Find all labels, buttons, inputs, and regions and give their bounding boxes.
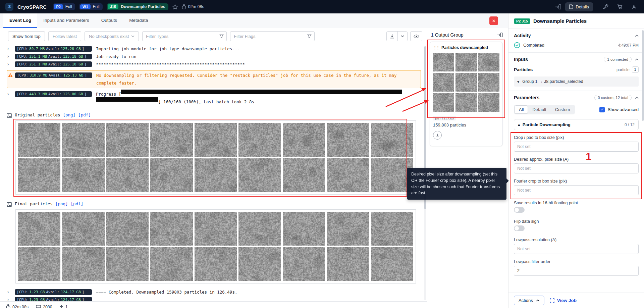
completed-time: 4:49:07 PM	[618, 43, 639, 48]
particle-thumbnail	[455, 53, 477, 71]
param-label: Flip data sign	[514, 219, 639, 224]
inputs-connected-badge: 1 connected	[604, 57, 632, 62]
cryosparc-logo-icon[interactable]: ❄	[5, 3, 13, 11]
cpu-badge: [CPU:310.9 MBAvail:125.13 GB]	[15, 72, 92, 78]
show-from-top-button[interactable]: Show from top	[8, 31, 45, 41]
lowpass-resolution-input[interactable]	[514, 244, 639, 254]
particle-thumbnail	[150, 247, 193, 281]
star-icon[interactable]	[172, 4, 178, 9]
stopwatch-icon	[182, 4, 186, 9]
save-16bit-toggle[interactable]	[514, 207, 525, 213]
expand-chevron[interactable]: ›	[7, 288, 15, 296]
progress-bar	[121, 90, 402, 94]
wrench-icon[interactable]	[603, 4, 608, 9]
filter-types-input[interactable]	[142, 31, 227, 41]
expand-chevron[interactable]: ›	[7, 45, 15, 53]
tab-event-log[interactable]: Event Log	[3, 13, 37, 28]
download-split-button	[386, 31, 408, 41]
particle-thumbnail	[195, 212, 237, 246]
job-chip[interactable]: J15 Downsample Particles	[107, 3, 168, 10]
view-job-button[interactable]: View Job	[550, 296, 577, 303]
cart-icon[interactable]	[617, 4, 623, 9]
particle-thumbnail	[62, 123, 104, 157]
particle-thumbnail	[62, 247, 104, 281]
cpu-badge: [CPU:251.1 MBAvail:125.18 GB]	[15, 54, 92, 59]
param-field: Lowpass resolution (A)	[514, 238, 639, 254]
user-icon[interactable]	[632, 4, 637, 9]
particle-thumbnail	[18, 212, 60, 246]
tab-metadata[interactable]: Metadata	[123, 13, 154, 28]
lowpass-filter-order-input[interactable]	[514, 266, 639, 276]
section-title: Particle Downsampling	[523, 122, 571, 127]
project-label: Full	[65, 4, 72, 9]
actions-button[interactable]: Actions	[514, 296, 544, 305]
drag-handle-icon[interactable]: ⋮⋮	[433, 46, 439, 50]
expand-chevron[interactable]: ›	[7, 60, 15, 68]
flip-data-sign-toggle[interactable]	[514, 225, 525, 231]
log-line: › [CPU:89.7 MBAvail:125.28 GB] Importing…	[7, 45, 421, 53]
pdf-link[interactable]: [pdf]	[71, 201, 84, 207]
segment-default[interactable]: Default	[528, 105, 550, 114]
pdf-link[interactable]: [pdf]	[78, 112, 91, 118]
workspace-chip[interactable]: W1 Full	[79, 3, 103, 10]
panel-toggle-icon[interactable]	[555, 4, 561, 9]
particle-thumbnail	[283, 123, 325, 157]
param-field: Save results in 16-bit floating point	[514, 201, 639, 213]
show-advanced-toggle[interactable]: ✓ Show advanced	[599, 107, 639, 112]
checkbox-checked-icon: ✓	[599, 107, 605, 112]
collapse-chevron-icon[interactable]	[635, 97, 639, 99]
cpu-badge: [CPU:1.23 GBAvail:124.17 GB]	[15, 289, 92, 295]
figure-original-particles[interactable]	[15, 120, 416, 195]
particle-grid	[18, 212, 413, 281]
parameters-section: Parameters 0 custom, 12 total All Defaul…	[508, 91, 644, 285]
particle-thumbnail	[433, 53, 454, 71]
visibility-button[interactable]	[410, 31, 422, 41]
collapse-chevron-icon[interactable]	[635, 35, 639, 37]
tab-inputs-and-parameters[interactable]: Inputs and Parameters	[37, 13, 95, 28]
window-scrollbar[interactable]	[642, 30, 644, 121]
up-arrow-icon	[60, 305, 63, 308]
queue-indicator: 1	[60, 305, 68, 308]
project-chip[interactable]: P2 Full	[53, 3, 75, 10]
expand-chevron[interactable]: ›	[7, 90, 15, 98]
particle-thumbnail	[478, 73, 499, 92]
download-button[interactable]	[387, 32, 397, 41]
png-link[interactable]: [png]	[63, 112, 75, 118]
param-label: Fourier crop to box size (pix)	[514, 179, 639, 184]
particle-thumbnail	[283, 247, 325, 281]
param-field: Crop / pad to box size (pix)	[514, 135, 639, 152]
input-group-label: Group 1 → J8.particles_selected	[522, 79, 583, 84]
fourier-crop-box-size-input[interactable]	[514, 185, 639, 195]
dataset-chip: particles	[433, 116, 456, 120]
figure-header: Final particles [png] [pdf]	[7, 201, 421, 207]
particle-downsampling-section-header[interactable]: ▴ Particle Downsampling 0 / 12	[514, 119, 639, 130]
open-panel-icon[interactable]	[497, 33, 503, 37]
log-text: ****************************************…	[96, 60, 245, 68]
figure-final-particles[interactable]	[15, 209, 416, 284]
expand-chevron[interactable]: ›	[7, 53, 15, 60]
output-group-card[interactable]: ⋮⋮ Particles downsampled particles 159,8…	[430, 42, 503, 146]
png-link[interactable]: [png]	[55, 201, 68, 207]
details-button[interactable]: Details	[565, 2, 593, 11]
show-advanced-label: Show advanced	[607, 107, 639, 112]
download-output-button[interactable]	[433, 131, 442, 140]
close-button[interactable]: ✕	[489, 16, 498, 25]
follow-latest-button[interactable]: Follow latest	[48, 31, 81, 41]
param-field: Lowpass filter order	[514, 259, 639, 276]
input-group-row[interactable]: ▾ Group 1 → J8.particles_selected	[514, 76, 639, 87]
log-text: Job ready to run	[96, 53, 136, 60]
desired-pixel-size-input[interactable]	[514, 163, 639, 173]
input-slot-count: 1	[632, 66, 639, 73]
caret-up-icon: ▴	[518, 122, 520, 127]
tab-outputs[interactable]: Outputs	[95, 13, 123, 28]
particle-thumbnail	[371, 247, 413, 281]
particle-thumbnail	[455, 93, 477, 112]
crop-pad-box-size-input[interactable]	[514, 142, 639, 152]
checkpoints-dropdown[interactable]: No checkpoints exist	[85, 31, 139, 41]
param-label: Desired approx. pixel size (A)	[514, 157, 639, 162]
collapse-chevron-icon[interactable]	[635, 58, 639, 61]
filter-flags-input[interactable]	[230, 31, 315, 41]
segment-custom[interactable]: Custom	[551, 105, 575, 114]
download-options-button[interactable]	[397, 32, 407, 41]
segment-all[interactable]: All	[515, 105, 528, 114]
